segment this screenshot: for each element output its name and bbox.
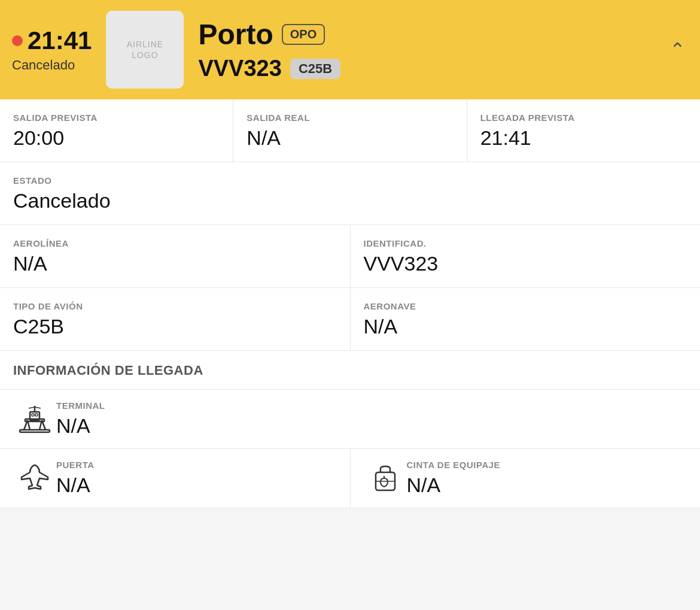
tipo-avion-row: TIPO DE AVIÓN C25B AERONAVE N/A: [0, 288, 700, 351]
airline-logo-text-line1: AIRLINE: [127, 39, 163, 50]
header-info: Porto OPO VVV323 C25B: [198, 18, 688, 81]
terminal-value: N/A: [56, 414, 687, 438]
flight-row: VVV323 C25B: [198, 56, 688, 81]
info-llegada-header: INFORMACIÓN DE LLEGADA: [0, 351, 700, 390]
cinta-value: N/A: [407, 474, 687, 497]
svg-line-11: [35, 407, 41, 408]
status-dot: [12, 35, 23, 46]
tipo-avion-value: C25B: [13, 315, 337, 338]
flight-card: 21:41 Cancelado AIRLINE LOGO Porto OPO V…: [0, 0, 700, 508]
estado-section: ESTADO Cancelado: [0, 162, 700, 225]
plane-type-badge: C25B: [290, 59, 340, 79]
aerolinea-row: AEROLÍNEA N/A IDENTIFICAD. VVV323: [0, 225, 700, 288]
tipo-avion-label: TIPO DE AVIÓN: [13, 301, 337, 311]
chevron-up-icon[interactable]: ⌃: [669, 38, 686, 61]
salida-real-label: SALIDA REAL: [246, 113, 453, 123]
airline-logo-text-line2: LOGO: [132, 50, 158, 60]
times-row: SALIDA PREVISTA 20:00 SALIDA REAL N/A LL…: [0, 99, 700, 162]
cinta-label: CINTA DE EQUIPAJE: [407, 460, 687, 470]
svg-rect-7: [32, 414, 34, 416]
flight-number: VVV323: [198, 56, 281, 81]
airport-code-badge: OPO: [282, 24, 325, 45]
terminal-row: TERMINAL N/A: [0, 390, 700, 449]
estado-value: Cancelado: [13, 189, 687, 213]
info-llegada-text: INFORMACIÓN DE LLEGADA: [13, 363, 203, 378]
llegada-prevista-value: 21:41: [480, 126, 687, 150]
salida-prevista-cell: SALIDA PREVISTA 20:00: [0, 99, 233, 162]
aeronave-label: AERONAVE: [364, 301, 687, 311]
identificad-label: IDENTIFICAD.: [364, 238, 687, 248]
header-time: 21:41: [28, 26, 92, 55]
city-name: Porto: [198, 18, 273, 51]
aerolinea-cell: AEROLÍNEA N/A: [0, 225, 351, 287]
cinta-icon: [364, 460, 407, 496]
svg-line-10: [29, 407, 35, 408]
header-left: 21:41 Cancelado: [12, 26, 92, 73]
aerolinea-value: N/A: [13, 252, 337, 275]
terminal-label: TERMINAL: [56, 400, 687, 411]
puerta-half: PUERTA N/A: [0, 449, 351, 508]
svg-rect-0: [20, 430, 50, 432]
salida-prevista-value: 20:00: [13, 126, 220, 150]
terminal-icon: [13, 401, 56, 437]
puerta-label: PUERTA: [56, 460, 337, 470]
header-time-row: 21:41: [12, 26, 92, 55]
header-status: Cancelado: [12, 57, 75, 73]
llegada-prevista-label: LLEGADA PREVISTA: [480, 113, 687, 123]
aeronave-cell: AERONAVE N/A: [351, 288, 701, 350]
aeronave-value: N/A: [364, 315, 687, 338]
svg-rect-8: [35, 414, 38, 416]
puerta-info: PUERTA N/A: [56, 460, 337, 497]
salida-real-cell: SALIDA REAL N/A: [233, 99, 467, 162]
airline-logo: AIRLINE LOGO: [106, 11, 184, 89]
city-row: Porto OPO: [198, 18, 688, 51]
flight-header: 21:41 Cancelado AIRLINE LOGO Porto OPO V…: [0, 0, 700, 99]
llegada-prevista-cell: LLEGADA PREVISTA 21:41: [467, 99, 700, 162]
puerta-cinta-row: PUERTA N/A: [0, 449, 700, 508]
cinta-half: CINTA DE EQUIPAJE N/A: [351, 449, 701, 508]
tipo-avion-cell: TIPO DE AVIÓN C25B: [0, 288, 351, 350]
estado-label: ESTADO: [13, 175, 687, 186]
aerolinea-label: AEROLÍNEA: [13, 238, 337, 248]
puerta-value: N/A: [56, 474, 337, 497]
salida-real-value: N/A: [246, 126, 453, 150]
terminal-info: TERMINAL N/A: [56, 400, 687, 438]
identificad-value: VVV323: [364, 252, 687, 275]
puerta-icon: [13, 460, 56, 496]
salida-prevista-label: SALIDA PREVISTA: [13, 113, 220, 123]
cinta-info: CINTA DE EQUIPAJE N/A: [407, 460, 687, 497]
identificad-cell: IDENTIFICAD. VVV323: [351, 225, 701, 287]
